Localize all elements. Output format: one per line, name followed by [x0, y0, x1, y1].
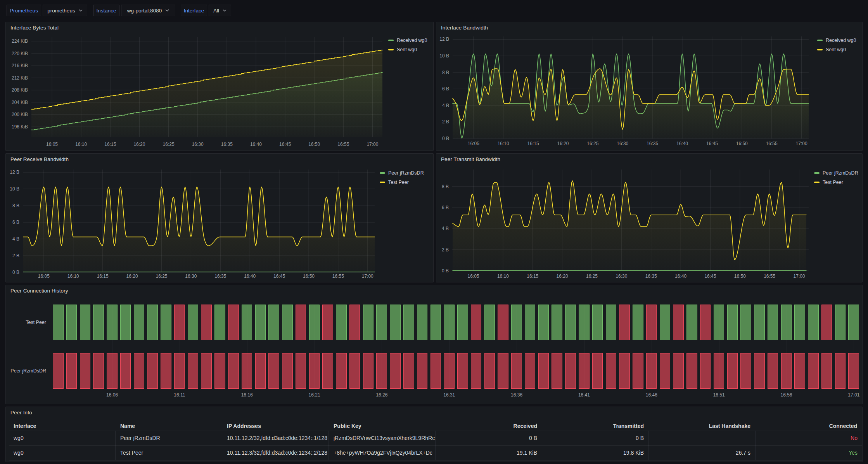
timeline-row-label: Test Peer	[6, 320, 46, 325]
table-header-ip-addresses[interactable]: IP Addresses	[222, 421, 329, 431]
legend-item-peer-jrzmdsdr[interactable]: Peer jRzmDsDR	[380, 170, 424, 177]
legend-swatch-icon	[817, 49, 823, 50]
table-header-interface[interactable]: Interface	[9, 421, 116, 431]
x-tick-label: 16:50	[308, 142, 320, 147]
timeline-bar-disconnected	[686, 353, 697, 389]
x-tick-label: 16:35	[214, 274, 226, 279]
timeline-bar-disconnected	[673, 305, 684, 340]
timeline-bar-disconnected	[376, 353, 387, 389]
panel-peer-transmit-bandwidth: Peer Transmit Bandwidth 0 B2 B4 B6 B8 B1…	[436, 153, 863, 282]
table-cell: 10.11.12.3/32,fdfd:d3ad:c0de:1234::2/128	[222, 445, 329, 460]
panel-title-peer-connection-history[interactable]: Peer Connection History	[10, 288, 68, 294]
legend-item-received-wg0[interactable]: Received wg0	[817, 37, 856, 44]
var-value-instance-text: wg-portal:8080	[127, 8, 162, 14]
timeline-axis-label: 16:51	[713, 392, 725, 398]
y-tick-label: 0 B	[442, 136, 449, 141]
chevron-down-path	[79, 10, 82, 11]
timeline-bar-disconnected	[646, 305, 657, 340]
series-area-sent-wg0	[31, 50, 382, 137]
legend-item-received-wg0[interactable]: Received wg0	[388, 37, 427, 44]
timeline-bar-connected	[336, 305, 347, 340]
panel-peer-info: Peer Info InterfaceNameIP AddressesPubli…	[5, 407, 863, 462]
var-label-instance-text: Instance	[96, 8, 116, 14]
x-tick-label: 16:40	[676, 141, 688, 146]
legend-item-test-peer[interactable]: Test Peer	[814, 179, 858, 186]
timeline-bar-disconnected	[431, 353, 441, 389]
x-tick-label: 16:45	[279, 142, 291, 147]
var-label-interface[interactable]: Interface	[181, 5, 207, 16]
table-header-received[interactable]: Received	[436, 421, 542, 431]
chevron-down-icon	[79, 9, 83, 12]
timeline-bar-connected	[161, 305, 171, 340]
legend-item-peer-jrzmdsdr[interactable]: Peer jRzmDsDR	[814, 170, 858, 177]
timeline-bar-connected	[134, 305, 145, 340]
table-header-last-handshake[interactable]: Last Handshake	[649, 421, 756, 431]
var-value-interface-text: All	[213, 8, 219, 14]
timeline-bar-disconnected	[525, 353, 536, 389]
y-tick-label: 10 B	[439, 53, 449, 59]
timeline-bar-disconnected	[53, 353, 64, 389]
var-value-prometheus-text: prometheus	[47, 8, 75, 14]
y-tick-label: 0 B	[442, 268, 449, 274]
timeline-bar-disconnected	[147, 353, 158, 389]
legend-item-sent-wg0[interactable]: Sent wg0	[388, 46, 427, 53]
y-tick-label: 2 B	[442, 119, 449, 125]
timeline-bar-disconnected	[619, 353, 630, 389]
timeline-bar-disconnected	[592, 353, 603, 389]
y-tick-label: 12 B	[10, 170, 19, 175]
timeline-bar-disconnected	[579, 353, 590, 389]
panel-title-peer-info[interactable]: Peer Info	[10, 410, 32, 416]
timeline-bar-disconnected	[174, 353, 185, 389]
timeline-bar-disconnected	[188, 353, 199, 389]
table-cell: 26.7 s	[649, 445, 756, 460]
timeline-bar-connected	[754, 305, 765, 340]
timeline-bar-connected	[363, 305, 374, 340]
var-value-interface[interactable]: All	[209, 5, 231, 16]
timeline-bar-connected	[511, 305, 522, 340]
var-value-instance[interactable]: wg-portal:8080	[121, 5, 175, 16]
x-tick-label: 16:35	[221, 142, 233, 147]
timeline-bar-disconnected	[538, 353, 549, 389]
var-label-prometheus-text: Prometheus	[10, 8, 38, 14]
var-label-prometheus[interactable]: Prometheus	[7, 5, 41, 16]
interface-bandwidth-chart: 0 B2 B4 B6 B8 B10 B12 B16:0516:1016:1516…	[436, 22, 862, 151]
y-tick-label: 216 KiB	[12, 63, 28, 68]
y-tick-label: 4 B	[442, 103, 449, 108]
timeline-bar-disconnected	[322, 305, 333, 340]
table-header-public-key[interactable]: Public Key	[329, 421, 436, 431]
legend-item-sent-wg0[interactable]: Sent wg0	[817, 46, 856, 53]
peer-info-table: InterfaceNameIP AddressesPublic KeyRecei…	[9, 421, 862, 461]
timeline-bar-disconnected	[552, 353, 562, 389]
timeline-bar-connected	[417, 305, 428, 340]
timeline-bar-connected	[794, 305, 805, 340]
table-header-transmitted[interactable]: Transmitted	[542, 421, 649, 431]
timeline-bar-connected	[120, 305, 131, 340]
timeline-bar-disconnected	[349, 353, 360, 389]
table-separator	[9, 460, 862, 461]
peer-receive-bandwidth-legend: Peer jRzmDsDRTest Peer	[380, 170, 424, 186]
timeline-bar-connected	[565, 305, 576, 340]
chevron-down-svg	[165, 9, 169, 12]
timeline-bar-disconnected	[161, 353, 171, 389]
timeline-bar-disconnected	[700, 305, 711, 340]
timeline-bar-disconnected	[174, 305, 185, 340]
timeline-bar-disconnected	[808, 353, 819, 389]
table-header-connected[interactable]: Connected	[756, 421, 862, 431]
timeline-bar-disconnected	[228, 353, 239, 389]
timeline-bar-disconnected	[93, 353, 104, 389]
y-tick-label: 2 B	[442, 247, 449, 253]
legend-item-test-peer[interactable]: Test Peer	[380, 179, 424, 186]
table-cell: 19.1 KiB	[436, 445, 542, 460]
y-tick-label: 8 B	[442, 184, 449, 189]
timeline-bar-connected	[740, 305, 751, 340]
table-header-name[interactable]: Name	[116, 421, 222, 431]
timeline-bar-disconnected	[417, 353, 428, 389]
var-label-instance[interactable]: Instance	[93, 5, 119, 16]
timeline-bar-connected	[808, 305, 819, 340]
x-tick-label: 16:25	[587, 141, 598, 146]
var-value-prometheus[interactable]: prometheus	[43, 5, 87, 16]
timeline-bar-disconnected	[646, 353, 657, 389]
timeline-bar-connected	[633, 305, 643, 340]
timeline-bar-disconnected	[673, 353, 684, 389]
timeline-axis-label: 16:46	[646, 392, 657, 398]
